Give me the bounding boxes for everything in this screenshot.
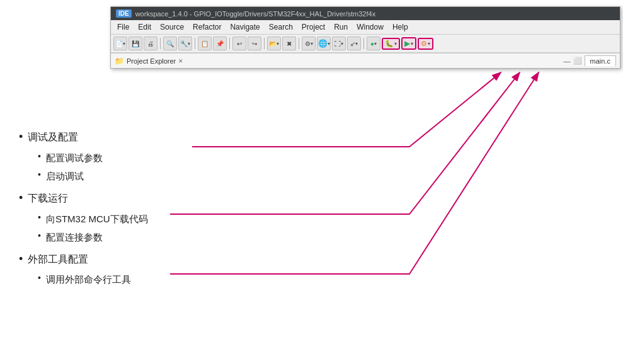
list-item-l1-2: • 下载运行 (19, 190, 148, 208)
menu-refactor[interactable]: Refactor (189, 21, 225, 33)
menu-navigate[interactable]: Navigate (226, 21, 263, 33)
ide-badge: IDE (116, 9, 132, 18)
list-item-l2-1-2-text: 启动调试 (46, 168, 84, 185)
list-item-l1-1: • 调试及配置 (19, 128, 148, 147)
list-item-l1-3-text: 外部工具配置 (28, 251, 88, 269)
build-dropdown-icon: ▾ (311, 41, 313, 47)
target-icon: ⛶ (334, 40, 341, 47)
debug-config-icon: 🐛 (385, 40, 394, 48)
toolbar-build-btn[interactable]: ⚙ ▾ (302, 37, 316, 50)
list-item-l2-1-1: • 配置调试参数 (19, 149, 148, 166)
settings-dropdown-icon: ▾ (188, 41, 190, 47)
toolbar-save-btn[interactable]: 💾 (129, 37, 142, 50)
list-item-l2-2-1-text: 向STM32 MCU下载代码 (46, 210, 148, 227)
min-icon[interactable]: — (564, 57, 571, 65)
menu-search[interactable]: Search (265, 21, 297, 33)
ide-title-text: workspace_1.4.0 - GPIO_IOToggle/Drivers/… (135, 10, 375, 18)
window-icon[interactable]: ⬜ (573, 57, 582, 65)
open-dropdown-icon: ▾ (277, 41, 279, 47)
ide-toolbar: 📄 ▾ 💾 🖨 🔍 🔧 ▾ 📋 📌 ↩ ↪ (111, 35, 620, 53)
project-explorer-icon: 📁 (115, 57, 124, 65)
dropdown-arrow-icon: ▾ (123, 41, 125, 47)
bullet-dot-l2-3: • (38, 210, 41, 224)
toolbar-search-btn[interactable]: 🔍 (163, 37, 177, 50)
new-icon: 📄 (115, 40, 123, 47)
arrow-dropdown-icon: ▾ (355, 41, 358, 47)
debug-config-group[interactable]: 🐛 ▾ (382, 38, 400, 50)
print-icon: 🖨 (147, 40, 154, 47)
build-icon: ⚙ (305, 40, 311, 47)
toolbar-sep-4 (264, 38, 265, 49)
external-tools-icon: ⚙ (421, 40, 427, 48)
arrow-download-run (170, 72, 520, 214)
target-dropdown-icon: ▾ (341, 41, 343, 47)
list-item-l2-2-2-text: 配置连接参数 (46, 229, 103, 246)
arrow-debug-config (192, 72, 501, 147)
menu-help[interactable]: Help (389, 21, 412, 33)
toolbar-print-btn[interactable]: 🖨 (144, 37, 157, 50)
list-item-l2-3-1: • 调用外部命令行工具 (19, 271, 148, 288)
ide-bottom-right: — ⬜ main.c (564, 55, 616, 66)
external-tools-group[interactable]: ⚙ ▾ (418, 38, 433, 50)
project-explorer-tab[interactable]: 📁 Project Explorer ✕ (115, 57, 183, 65)
toolbar-run-btn[interactable]: ● ▾ (367, 37, 380, 50)
menu-edit[interactable]: Edit (134, 21, 155, 33)
menu-source[interactable]: Source (156, 21, 188, 33)
run-config-group[interactable]: ▶ ▾ (401, 37, 416, 50)
toolbar-sep-3 (229, 38, 230, 49)
refresh-icon: 🌐 (318, 39, 328, 48)
toolbar-settings-btn[interactable]: 🔧 ▾ (178, 37, 192, 50)
external-tools-dropdown: ▾ (428, 41, 430, 47)
list-item-l2-1-1-text: 配置调试参数 (46, 149, 103, 166)
toolbar-refresh-btn[interactable]: 🌐 ▾ (317, 37, 331, 50)
bullet-dot-l2-2: • (38, 168, 41, 181)
ide-window: IDE workspace_1.4.0 - GPIO_IOToggle/Driv… (110, 6, 620, 69)
settings-icon: 🔧 (180, 40, 188, 47)
main-c-tab[interactable]: main.c (585, 55, 616, 66)
toolbar-copy-btn[interactable]: 📋 (198, 37, 212, 50)
toolbar-close-btn[interactable]: ✖ (282, 37, 296, 50)
arrow-icon: ↙ (350, 40, 355, 47)
run-config-dropdown: ▾ (411, 41, 413, 47)
search-icon: 🔍 (166, 40, 174, 47)
paste-icon: 📌 (216, 40, 224, 47)
save-icon: 💾 (132, 40, 139, 47)
bullet-dot-1: • (19, 128, 23, 145)
toolbar-arrow-btn[interactable]: ↙ ▾ (347, 37, 361, 50)
bullet-dot-3: • (19, 251, 23, 268)
ide-titlebar: IDE workspace_1.4.0 - GPIO_IOToggle/Driv… (111, 7, 620, 20)
list-item-l1-3: • 外部工具配置 (19, 251, 148, 269)
open-icon: 📂 (269, 40, 277, 47)
redo-icon: ↪ (252, 40, 257, 47)
bullet-dot-l2-1: • (38, 149, 41, 163)
ide-menubar: File Edit Source Refactor Navigate Searc… (111, 20, 620, 35)
close-icon: ✖ (287, 40, 292, 47)
content-area: • 调试及配置 • 配置调试参数 • 启动调试 • 下载运行 • 向STM32 … (19, 126, 148, 289)
run-config-icon: ▶ (404, 39, 410, 48)
toolbar-sep-2 (195, 38, 195, 49)
project-explorer-label: Project Explorer (127, 57, 176, 65)
toolbar-target-btn[interactable]: ⛶ ▾ (332, 37, 346, 50)
toolbar-undo-btn[interactable]: ↩ (232, 37, 246, 50)
toolbar-sep-5 (299, 38, 299, 49)
list-item-l2-2-1: • 向STM32 MCU下载代码 (19, 210, 148, 227)
toolbar-new-btn[interactable]: 📄 ▾ (113, 37, 127, 50)
list-item-l2-3-1-text: 调用外部命令行工具 (46, 271, 131, 288)
menu-file[interactable]: File (113, 21, 133, 33)
run-dropdown-icon: ▾ (374, 41, 377, 47)
menu-run[interactable]: Run (330, 21, 352, 33)
toolbar-redo-btn[interactable]: ↪ (248, 37, 261, 50)
toolbar-sep-1 (160, 38, 161, 49)
bullet-dot-l2-5: • (38, 271, 41, 285)
copy-icon: 📋 (201, 40, 209, 47)
project-explorer-close-icon[interactable]: ✕ (178, 58, 183, 64)
list-item-l1-1-text: 调试及配置 (28, 128, 78, 147)
undo-icon: ↩ (237, 40, 242, 47)
bullet-dot-2: • (19, 190, 23, 207)
menu-project[interactable]: Project (298, 21, 329, 33)
list-item-l2-1-2: • 启动调试 (19, 168, 148, 185)
toolbar-paste-btn[interactable]: 📌 (213, 37, 227, 50)
menu-window[interactable]: Window (353, 21, 387, 33)
list-item-l1-2-text: 下载运行 (28, 190, 68, 208)
toolbar-open-btn[interactable]: 📂 ▾ (267, 37, 281, 50)
